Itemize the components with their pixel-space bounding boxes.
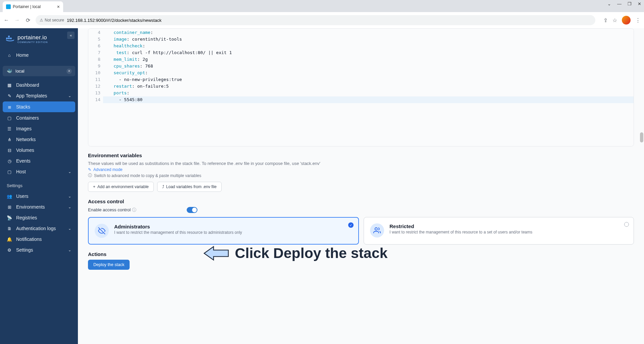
sidebar-item-label: Authentication logs: [16, 226, 56, 231]
window-controls: ⌄ ― ❐ ✕: [607, 1, 641, 6]
chevron-down-icon: ⌄: [68, 194, 71, 199]
nav-icon: ⋔: [7, 137, 12, 142]
section-env-vars: Environment variables These values will …: [88, 153, 634, 192]
sidebar-item-home[interactable]: ⌂ Home: [0, 50, 78, 60]
sidebar-item-label: Settings: [16, 247, 33, 253]
card-title: Administrators: [114, 224, 242, 229]
environment-name: local: [15, 69, 25, 74]
sidebar-item-label: Notifications: [16, 236, 42, 242]
info-icon: ⓘ: [88, 173, 92, 178]
tab-close-icon[interactable]: ×: [57, 4, 60, 9]
eye-off-icon: [95, 224, 109, 238]
browser-tab[interactable]: Portainer | local ×: [3, 1, 63, 12]
profile-avatar-icon[interactable]: [622, 16, 631, 25]
nav-icon: ▢: [7, 169, 12, 174]
app-root: « portainer.io COMMUNITY EDITION ⌂ Home …: [0, 28, 644, 344]
deploy-stack-button[interactable]: Deploy the stack: [88, 260, 130, 270]
advanced-mode-link[interactable]: ✎ Advanced mode: [88, 167, 634, 172]
sidebar-item-label: Networks: [16, 137, 36, 142]
load-env-file-button[interactable]: ⤴ Load variables from .env file: [157, 182, 222, 192]
nav-icon: ☰: [7, 126, 12, 131]
access-option-restricted[interactable]: Restricted I want to restrict the manage…: [364, 217, 634, 245]
tab-favicon-icon: [6, 4, 11, 9]
section-title: Access control: [88, 199, 634, 204]
warning-icon: ⚠: [40, 18, 43, 23]
sidebar-item-volumes[interactable]: ⊟Volumes: [0, 145, 78, 156]
sidebar-item-label: Environments: [16, 204, 45, 210]
sidebar-item-environments[interactable]: ⊞Environments⌄: [0, 202, 78, 212]
env-button-row: + Add an environment variable ⤴ Load var…: [88, 182, 634, 192]
menu-icon[interactable]: ⋮: [635, 17, 641, 24]
tab-bar: Portainer | local × ⌄ ― ❐ ✕: [0, 0, 644, 12]
chevron-down-icon: ⌄: [68, 205, 71, 209]
line-gutter: 4567891011121314: [88, 29, 103, 146]
back-icon[interactable]: ←: [3, 17, 9, 23]
sidebar-item-users[interactable]: 👥Users⌄: [0, 191, 78, 202]
browser-chrome: Portainer | local × ⌄ ― ❐ ✕ ← → ⟳ ⚠ Not …: [0, 0, 644, 28]
reload-icon[interactable]: ⟳: [25, 17, 31, 23]
card-title: Restricted: [389, 223, 533, 229]
code-editor[interactable]: 4567891011121314 container_name: image: …: [88, 29, 634, 146]
env-help-text: These values will be used as substitutio…: [88, 161, 634, 166]
collapse-sidebar-icon[interactable]: «: [67, 32, 75, 39]
bookmark-icon[interactable]: ☆: [612, 17, 617, 24]
scrollbar-thumb[interactable]: [640, 132, 643, 142]
access-option-administrators[interactable]: Administrators I want to restrict the ma…: [88, 217, 359, 245]
sidebar-item-images[interactable]: ☰Images: [0, 123, 78, 134]
sidebar-item-app-templates[interactable]: ✎App Templates⌄: [0, 90, 78, 101]
maximize-icon[interactable]: ❐: [628, 1, 632, 6]
nav-icon: ▦: [7, 83, 12, 88]
access-control-toggle[interactable]: [187, 207, 197, 213]
share-icon[interactable]: ⇪: [603, 17, 608, 24]
sidebar-item-label: Users: [16, 194, 29, 199]
sidebar: « portainer.io COMMUNITY EDITION ⌂ Home …: [0, 28, 78, 344]
tab-title: Portainer | local: [13, 4, 41, 9]
svg-rect-3: [10, 38, 12, 39]
docker-icon: 🐳: [7, 69, 12, 74]
forward-icon[interactable]: →: [14, 17, 20, 23]
logo-text: portainer.io: [17, 34, 48, 41]
logo[interactable]: portainer.io COMMUNITY EDITION: [0, 33, 78, 50]
code-body[interactable]: container_name: image: corentinth/it-too…: [103, 29, 634, 146]
sidebar-item-label: Stacks: [16, 104, 30, 110]
card-desc: I want to restrict the management of thi…: [114, 230, 242, 235]
environment-pill[interactable]: 🐳 local ×: [3, 66, 75, 76]
plus-icon: +: [93, 184, 95, 189]
sidebar-item-label: Containers: [16, 115, 39, 121]
sidebar-item-registries[interactable]: 📡Registries: [0, 212, 78, 223]
enable-access-control-row: Enable access control ⓘ: [88, 207, 634, 213]
url-text: 192.168.1.152:9000/#!/2/docker/stacks/ne…: [67, 18, 162, 23]
sidebar-item-settings[interactable]: ⚙Settings⌄: [0, 245, 78, 255]
sidebar-item-label: Home: [16, 52, 29, 58]
home-icon: ⌂: [7, 53, 12, 58]
close-window-icon[interactable]: ✕: [638, 1, 641, 6]
address-bar: ← → ⟳ ⚠ Not secure 192.168.1.152:9000/#!…: [0, 12, 644, 28]
add-env-var-button[interactable]: + Add an environment variable: [88, 182, 154, 192]
svg-rect-0: [6, 38, 8, 39]
sidebar-item-containers[interactable]: ▢Containers: [0, 113, 78, 123]
chevron-down-icon: ⌄: [68, 94, 71, 98]
sidebar-item-networks[interactable]: ⋔Networks: [0, 134, 78, 145]
sidebar-item-stacks[interactable]: ≣Stacks: [3, 101, 75, 112]
addr-bar-right: ⇪ ☆ ⋮: [603, 16, 641, 25]
sidebar-item-notifications[interactable]: 🔔Notifications: [0, 234, 78, 245]
sidebar-item-label: Volumes: [16, 147, 34, 153]
sidebar-item-label: Events: [16, 158, 31, 164]
upload-icon: ⤴: [162, 184, 164, 189]
sidebar-item-events[interactable]: ◷Events: [0, 156, 78, 166]
security-badge[interactable]: ⚠ Not secure: [40, 18, 64, 23]
sidebar-item-dashboard[interactable]: ▦Dashboard: [0, 80, 78, 90]
sidebar-item-label: Dashboard: [16, 82, 39, 88]
help-icon[interactable]: ⓘ: [132, 207, 136, 212]
svg-point-5: [375, 228, 377, 230]
section-access-control: Access control Enable access control ⓘ A…: [88, 199, 634, 245]
nav-icon: ⊞: [7, 205, 12, 210]
nav-icon: 🔔: [7, 237, 12, 242]
url-field[interactable]: ⚠ Not secure 192.168.1.152:9000/#!/2/doc…: [36, 15, 595, 25]
chevron-down-icon[interactable]: ⌄: [607, 1, 611, 6]
minimize-icon[interactable]: ―: [617, 1, 622, 6]
nav-icon: 📡: [7, 215, 12, 220]
sidebar-item-authentication-logs[interactable]: 🗎Authentication logs⌄: [0, 223, 78, 234]
close-env-icon[interactable]: ×: [66, 69, 72, 74]
sidebar-item-host[interactable]: ▢Host⌄: [0, 166, 78, 177]
